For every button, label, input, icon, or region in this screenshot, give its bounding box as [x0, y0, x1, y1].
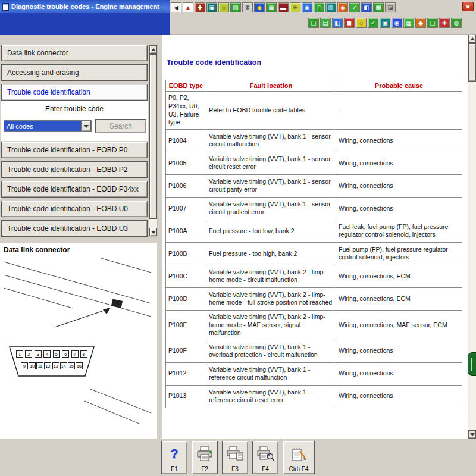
gears-icon[interactable]: ⚙ — [242, 2, 253, 12]
table-row: P1013 Variable valve timing (VVT), bank … — [166, 385, 462, 408]
panel-icon[interactable]: ▥ — [325, 2, 336, 12]
ctrl-f4-notes-button[interactable]: Ctrl+F4 — [283, 441, 315, 474]
chevron-down-icon — [84, 125, 89, 128]
partial-icon[interactable]: ◍ — [451, 18, 462, 28]
printer-icon — [196, 441, 214, 466]
sidebar-item-eobd[interactable]: Trouble code identification - EOBD P34xx — [1, 181, 148, 198]
back-icon[interactable]: ◀ — [171, 2, 181, 12]
scrollbar-thumb[interactable] — [149, 54, 157, 219]
table-row: P1005 Variable valve timing (VVT), bank … — [166, 152, 462, 174]
top-toolbar: ◀ ▲ ✚ ▣ ☼ ▨ ⚙ — [170, 0, 476, 35]
cell-fault-location: Variable valve timing (VVT), bank 2 - li… — [206, 287, 336, 310]
tools-icon[interactable]: ✚ — [195, 2, 205, 12]
component-icon[interactable]: ◈ — [337, 2, 348, 12]
toolbar-row-1: ◀ ▲ ✚ ▣ ☼ ▨ ⚙ — [171, 2, 396, 12]
cell-probable-cause: Wiring, connections — [336, 340, 462, 362]
table-icon[interactable]: ▦ — [403, 18, 414, 28]
manual-icon[interactable]: ◆ — [254, 2, 265, 12]
footer-toolbar: ? F1 F2 — [0, 439, 476, 476]
cell-fault-location: Variable valve timing (VVT), bank 1 - se… — [206, 174, 336, 197]
sidebar-item-eobd[interactable]: Trouble code identification - EOBD U3 — [1, 220, 148, 237]
sidebar-item-eobd[interactable]: Trouble code identification - EOBD P0 — [1, 142, 148, 158]
report-icon[interactable]: ▤ — [320, 18, 331, 28]
dropdown-button[interactable] — [81, 121, 91, 131]
gem-icon[interactable]: ◆ — [415, 18, 426, 28]
f1-help-button[interactable]: ? F1 — [161, 441, 187, 474]
display-icon[interactable]: ▢ — [427, 18, 438, 28]
side-slideout-tab[interactable] — [468, 352, 476, 376]
f4-label: F4 — [262, 466, 269, 472]
f2-print-button[interactable]: F2 — [192, 441, 218, 474]
close-button[interactable]: ✕ — [462, 2, 474, 11]
bulb-icon[interactable]: ☼ — [218, 2, 229, 12]
f4-print-preview-button[interactable]: F4 — [252, 441, 278, 474]
arrow-down-icon — [151, 231, 156, 234]
arrow-up-icon — [151, 48, 156, 51]
blank-icon[interactable]: ◪ — [385, 2, 396, 12]
main-content: Trouble code identification EOBD type Fa… — [162, 35, 468, 439]
sidebar-item-trouble-code-identification[interactable]: Trouble code identification — [1, 84, 148, 101]
search-button[interactable]: Search — [95, 119, 146, 133]
sidebar-item-eobd[interactable]: Trouble code identification - EOBD U0 — [1, 201, 148, 217]
sun-icon[interactable]: ☀ — [290, 2, 300, 12]
cell-probable-cause: Wiring, connections — [336, 385, 462, 408]
table-row: P100D Variable valve timing (VVT), bank … — [166, 287, 462, 310]
cell-fault-location: Variable valve timing (VVT), bank 1 - re… — [206, 385, 336, 408]
spray-icon[interactable]: ▨ — [230, 2, 241, 12]
plus-icon[interactable]: ✚ — [439, 18, 450, 28]
check-icon[interactable]: ✓ — [349, 2, 360, 12]
sidebar-scrollbar[interactable] — [149, 45, 158, 237]
data-link-connector-panel: Data link connector 12345678 91011121314… — [0, 243, 157, 439]
ok-icon[interactable]: ✓ — [368, 18, 378, 28]
scroll-up-button[interactable] — [468, 35, 476, 43]
warning-icon[interactable]: ▲ — [183, 2, 193, 12]
globe-icon[interactable]: ◉ — [302, 2, 312, 12]
nav-icon[interactable]: ◧ — [361, 2, 372, 12]
screen-icon[interactable]: ▢ — [308, 18, 319, 28]
split-icon[interactable]: ◧ — [332, 18, 343, 28]
pin-number: 5 — [53, 350, 60, 358]
scroll-down-button[interactable] — [149, 228, 157, 236]
book-icon[interactable]: ▬ — [278, 2, 289, 12]
scrollbar-thumb[interactable] — [468, 43, 476, 82]
sidebar-item-accessing-erasing[interactable]: Accessing and erasing — [1, 64, 148, 81]
cell-fault-location: Variable valve timing (VVT), bank 2 - li… — [206, 310, 336, 340]
printer-preview-icon — [256, 441, 274, 466]
sidebar-item-eobd[interactable]: Trouble code identification - EOBD P2 — [1, 161, 148, 178]
arrow-up-icon — [470, 37, 475, 40]
pin-number: 2 — [25, 350, 32, 358]
pin-number: 11 — [36, 362, 43, 369]
world-icon[interactable]: ◉ — [392, 18, 402, 28]
help-icon: ? — [170, 441, 178, 466]
cell-probable-cause: Fuel pump (FP), fuel pressure regulator … — [336, 242, 462, 265]
toolbar-row-2: ▢ ▤ ◧ ◼ ☼ ✓ ▣ — [308, 18, 462, 28]
sidebar-item-label: Accessing and erasing — [7, 68, 79, 77]
connector-panel-title: Data link connector — [0, 243, 157, 254]
stop-icon[interactable]: ◼ — [344, 18, 355, 28]
cell-eobd-type: P100C — [166, 265, 206, 287]
sidebar-item-label: Data link connector — [7, 49, 68, 57]
lamp-icon[interactable]: ☼ — [356, 18, 367, 28]
scroll-down-button[interactable] — [468, 430, 476, 439]
layers-icon[interactable]: ▩ — [373, 2, 384, 12]
chip-icon[interactable]: ▣ — [380, 18, 390, 28]
code-filter-dropdown[interactable]: All codes — [4, 120, 92, 132]
sidebar-item-data-link-connector[interactable]: Data link connector — [1, 45, 148, 61]
window-title: Diagnostic trouble codes - Engine manage… — [11, 3, 159, 10]
cell-eobd-type: P100B — [166, 242, 206, 265]
pin-number: 13 — [52, 362, 60, 369]
main-scrollbar[interactable] — [468, 35, 476, 439]
monitor-icon[interactable]: ▢ — [314, 2, 324, 12]
module-icon[interactable]: ▣ — [206, 2, 217, 12]
column-header-probable-cause: Probable cause — [336, 80, 462, 92]
cell-eobd-type: P1006 — [166, 174, 206, 197]
f3-print-selection-button[interactable]: F3 — [222, 441, 248, 474]
pin-number: 7 — [71, 350, 79, 358]
cell-probable-cause: Wiring, connections, ECM — [336, 287, 462, 310]
scroll-up-button[interactable] — [149, 45, 157, 54]
cell-probable-cause: Wiring, connections — [336, 197, 462, 220]
grid-icon[interactable]: ▦ — [266, 2, 277, 12]
floor-sketch — [1, 384, 155, 426]
cell-fault-location: Variable valve timing (VVT), bank 1 - se… — [206, 197, 336, 220]
cell-eobd-type: P100E — [166, 310, 206, 340]
